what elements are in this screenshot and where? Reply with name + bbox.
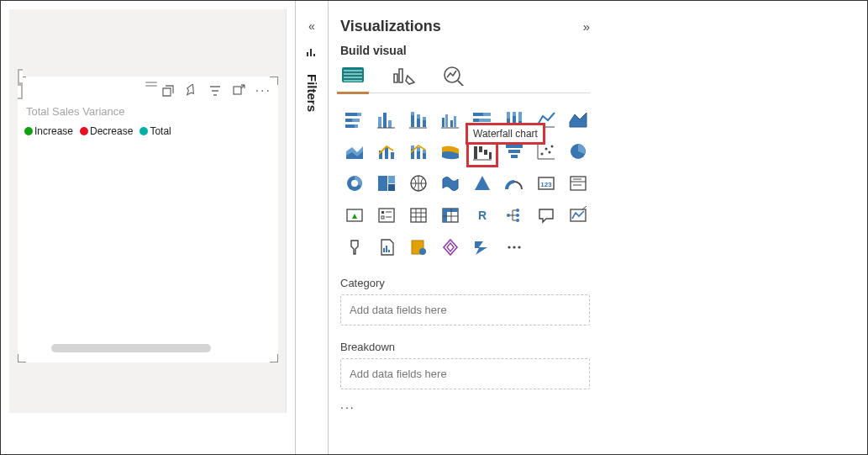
viz-matrix[interactable]	[436, 201, 465, 230]
viz-gauge[interactable]	[500, 169, 529, 198]
svg-rect-76	[571, 177, 586, 190]
focus-mode-icon[interactable]	[232, 84, 245, 98]
filters-pane-collapsed[interactable]: « Filters	[295, 1, 329, 454]
svg-text:R: R	[478, 209, 487, 222]
svg-rect-23	[423, 120, 426, 127]
viz-filled-map[interactable]	[436, 169, 465, 198]
svg-rect-28	[450, 120, 453, 127]
svg-rect-93	[443, 209, 447, 222]
svg-rect-1	[342, 67, 364, 82]
pin-icon[interactable]	[185, 84, 198, 98]
viz-stacked-bar[interactable]	[340, 105, 369, 134]
svg-rect-82	[381, 211, 384, 214]
svg-rect-70	[378, 176, 387, 191]
svg-point-64	[545, 148, 548, 151]
svg-rect-17	[388, 120, 392, 128]
svg-rect-49	[417, 151, 420, 159]
viz-line-clustered-column[interactable]	[372, 137, 401, 166]
field-well-breakdown[interactable]: Add data fields here	[340, 358, 590, 389]
viz-clustered-column[interactable]	[436, 105, 465, 134]
svg-rect-55	[484, 150, 487, 155]
viz-map[interactable]	[404, 169, 433, 198]
visual-container[interactable]: ··· Total Sales Variance Increase Decrea…	[18, 77, 278, 362]
svg-point-66	[551, 145, 554, 148]
viz-ribbon[interactable]	[436, 137, 465, 166]
tab-build-visual[interactable]	[340, 64, 366, 86]
viz-power-apps[interactable]	[436, 233, 465, 262]
resize-handle-br[interactable]	[268, 352, 278, 362]
filters-pane-icon	[306, 46, 318, 61]
svg-rect-26	[442, 118, 445, 127]
svg-rect-84	[381, 216, 384, 219]
viz-treemap[interactable]	[372, 169, 401, 198]
viz-kpi[interactable]	[340, 201, 369, 230]
svg-rect-48	[411, 145, 414, 149]
legend-swatch-increase	[24, 127, 33, 135]
svg-rect-21	[417, 119, 420, 127]
viz-qna[interactable]	[532, 201, 560, 230]
svg-rect-16	[383, 113, 387, 128]
report-canvas[interactable]: ··· Total Sales Variance Increase Decrea…	[9, 9, 287, 413]
field-well-category[interactable]: Add data fields here	[340, 294, 590, 325]
svg-rect-81	[379, 209, 394, 222]
collapse-visualizations-chevron-icon[interactable]: »	[583, 19, 590, 34]
svg-rect-50	[417, 147, 420, 151]
viz-r-visual[interactable]: R	[468, 201, 497, 230]
viz-narrative[interactable]	[372, 233, 401, 262]
tab-format-visual[interactable]	[391, 64, 416, 86]
viz-stacked-column[interactable]	[404, 105, 433, 134]
svg-rect-11	[352, 119, 360, 122]
svg-point-63	[541, 153, 544, 156]
viz-pie[interactable]	[564, 137, 592, 166]
viz-multi-row-card[interactable]	[564, 169, 592, 198]
filter-icon[interactable]	[208, 84, 222, 98]
viz-power-automate[interactable]	[468, 233, 497, 262]
field-well-category-label: Category	[340, 277, 590, 289]
svg-rect-22	[417, 114, 420, 119]
svg-rect-102	[383, 248, 385, 252]
viz-python-visual[interactable]	[564, 201, 592, 230]
svg-point-106	[419, 248, 426, 255]
viz-clustered-bar[interactable]	[372, 105, 401, 134]
legend-item-decrease: Decrease	[80, 125, 133, 137]
svg-rect-33	[473, 119, 479, 122]
svg-rect-20	[411, 112, 414, 115]
svg-rect-51	[423, 153, 426, 159]
viz-stacked-area[interactable]	[340, 137, 369, 166]
viz-donut[interactable]	[340, 169, 369, 198]
svg-point-98	[516, 209, 519, 212]
copy-icon[interactable]	[161, 84, 175, 98]
viz-slicer[interactable]	[372, 201, 401, 230]
field-wells-more[interactable]: ...	[340, 398, 590, 411]
expand-filters-chevron-icon[interactable]: «	[308, 19, 315, 33]
viz-key-influencers[interactable]	[340, 233, 369, 262]
legend-item-increase: Increase	[24, 125, 73, 137]
svg-rect-10	[345, 119, 352, 122]
viz-paginated[interactable]	[404, 233, 433, 262]
viz-get-more[interactable]	[500, 233, 529, 262]
svg-rect-12	[345, 124, 355, 128]
visual-header: ···	[18, 82, 271, 100]
tooltip-waterfall: Waterfall chart	[466, 123, 545, 145]
viz-table[interactable]	[404, 201, 433, 230]
horizontal-scrollbar[interactable]	[51, 344, 211, 352]
svg-rect-71	[388, 176, 395, 183]
visualizations-title: Visualizations	[340, 18, 441, 35]
viz-decomposition-tree[interactable]	[500, 201, 529, 230]
more-options-icon[interactable]: ···	[255, 86, 271, 96]
viz-azure-map[interactable]	[468, 169, 497, 198]
svg-rect-46	[391, 152, 394, 159]
svg-rect-103	[386, 246, 387, 252]
resize-handle-bl[interactable]	[18, 352, 28, 362]
svg-point-108	[513, 246, 515, 248]
viz-card[interactable]: 123	[532, 169, 560, 198]
viz-area[interactable]	[564, 105, 592, 134]
viz-line-stacked-column[interactable]	[404, 137, 433, 166]
svg-rect-13	[355, 124, 358, 128]
svg-point-69	[351, 180, 358, 187]
legend-swatch-total	[139, 127, 148, 135]
svg-rect-0	[234, 87, 241, 94]
visualizations-pane: Visualizations » Build visual	[329, 1, 602, 454]
tab-analytics[interactable]	[441, 64, 466, 86]
svg-point-97	[507, 214, 510, 217]
